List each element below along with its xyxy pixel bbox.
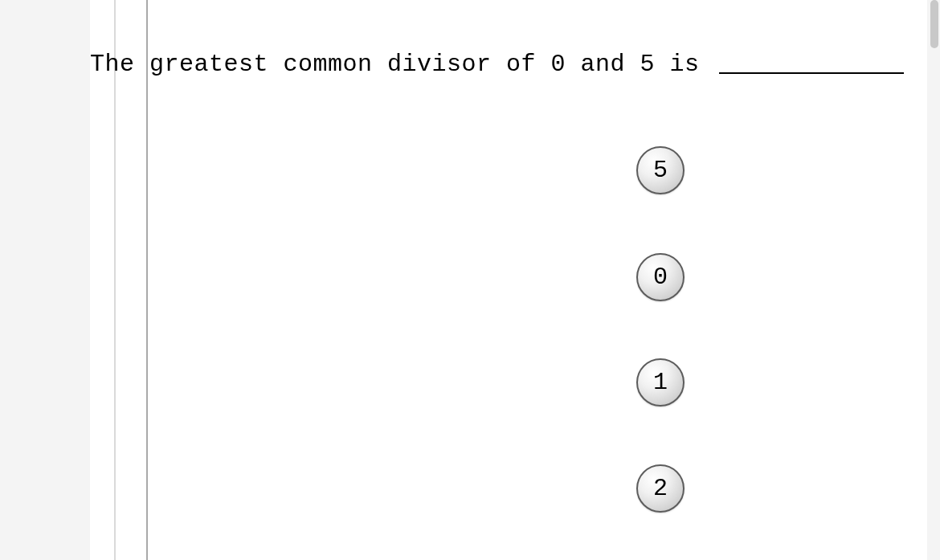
option-button-2[interactable]: 1 xyxy=(636,358,685,407)
page-left-edge xyxy=(90,0,116,560)
option-label: 0 xyxy=(653,264,668,291)
option-button-3[interactable]: 2 xyxy=(636,464,685,513)
scrollbar-track xyxy=(927,0,940,560)
scrollbar-thumb[interactable] xyxy=(930,0,938,48)
vertical-margin-line xyxy=(146,0,148,560)
option-label: 1 xyxy=(653,369,668,396)
fill-in-blank xyxy=(719,72,904,74)
question-prompt: The greatest common divisor of 0 and 5 i… xyxy=(90,51,700,78)
option-label: 2 xyxy=(653,475,668,502)
option-button-1[interactable]: 0 xyxy=(636,253,685,301)
question-text: The greatest common divisor of 0 and 5 i… xyxy=(90,51,904,78)
option-button-0[interactable]: 5 xyxy=(636,146,685,194)
left-margin-band xyxy=(0,0,90,560)
page-content-area xyxy=(116,0,940,560)
option-label: 5 xyxy=(653,157,668,184)
